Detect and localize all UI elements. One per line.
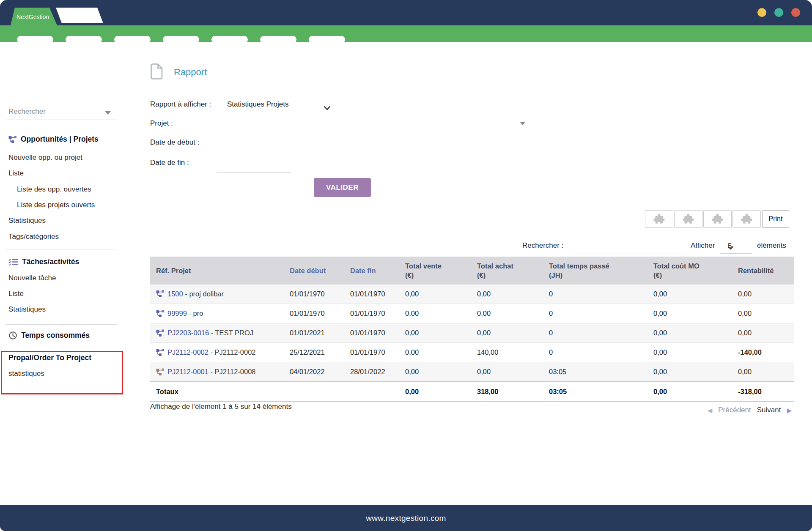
date-fin-cell: 01/01/1970 (347, 323, 402, 343)
cout-mo-cell: 0,00 (650, 362, 732, 382)
export-button-3[interactable] (703, 210, 732, 228)
project-select[interactable] (211, 118, 531, 130)
project-link[interactable]: PJ2112-0002 (167, 348, 208, 356)
table-row: PJ2112-0001 - PJ2112-000804/01/202228/01… (150, 362, 794, 382)
table-search-label: Rechercher : (522, 241, 563, 250)
sitemap-icon (156, 349, 165, 356)
temps-passe-cell: 0 (546, 304, 650, 323)
column-header[interactable]: Réf. Projet (150, 257, 285, 285)
sitemap-icon (156, 290, 165, 298)
total-vente-cell: 0,00 (402, 323, 474, 343)
length-label-after: éléments (757, 241, 786, 250)
export-button-1[interactable] (645, 210, 673, 228)
column-header[interactable]: Total achat(€) (474, 257, 546, 285)
clock-icon (8, 331, 17, 340)
date-debut-cell: 01/01/1970 (285, 285, 347, 304)
brand-tab[interactable]: NextGestion (11, 8, 57, 25)
submit-button[interactable]: VALIDER (314, 178, 371, 197)
project-link[interactable]: 1500 (167, 290, 183, 298)
sidebar-item[interactable]: Statistiques (8, 216, 46, 225)
temps-passe-cell: 0 (546, 285, 650, 304)
sidebar-section-3-title[interactable]: Temps consommés (8, 331, 90, 340)
column-header[interactable]: Total vente(€) (402, 257, 474, 285)
sidebar-item[interactable]: Liste (8, 290, 24, 298)
project-link[interactable]: 99999 (167, 309, 187, 317)
table-info: Affichage de l'élement 1 à 5 sur 14 élém… (150, 402, 292, 411)
chevron-down-icon[interactable] (105, 111, 111, 115)
secondary-tab[interactable] (56, 8, 103, 23)
sidebar-item[interactable]: Liste (8, 169, 24, 178)
nav-item-placeholder[interactable] (309, 36, 345, 43)
sidebar-search-underline (6, 120, 117, 120)
app-window: NextGestion Rechercher Opportunités | Pr… (0, 0, 812, 531)
sidebar-item[interactable]: Liste des projets ouverts (17, 201, 95, 209)
report-type-select[interactable]: Statistiques Projets (227, 99, 334, 111)
column-header[interactable]: Date fin (347, 257, 402, 285)
highlight-red-box (1, 351, 123, 394)
date-fin-cell: 01/01/1970 (347, 343, 402, 362)
column-header[interactable]: Rentabilité (732, 257, 794, 285)
rentabilite-cell: 0,00 (732, 285, 794, 304)
nav-item-placeholder[interactable] (163, 36, 199, 43)
rentabilite-cell: -140,00 (732, 343, 794, 362)
nav-item-placeholder[interactable] (211, 36, 248, 43)
sidebar-search-input[interactable]: Rechercher (8, 107, 46, 116)
main-nav (0, 25, 812, 42)
date-debut-cell: 01/01/2021 (285, 323, 347, 343)
project-link[interactable]: PJ2203-0016 (167, 329, 209, 337)
nav-item-placeholder[interactable] (260, 36, 296, 43)
rentabilite-cell: 0,00 (732, 323, 794, 343)
sitemap-icon (156, 310, 165, 318)
table-search-input[interactable] (573, 243, 682, 253)
project-link[interactable]: PJ2112-0001 (167, 368, 208, 375)
total-vente-cell: 0,00 (402, 343, 474, 362)
export-button-4[interactable] (732, 210, 761, 228)
temps-passe-cell: 0 (546, 343, 650, 362)
previous-button[interactable]: Précédent (718, 406, 751, 414)
sidebar-section-1-title[interactable]: Opportunités | Projets (8, 135, 99, 144)
divider (5, 249, 117, 249)
next-arrow-icon[interactable]: ▶ (787, 407, 792, 413)
date-start-input[interactable] (217, 140, 291, 152)
close-button[interactable] (791, 8, 800, 17)
chevron-down-icon (324, 102, 330, 114)
next-button[interactable]: Suivant (757, 406, 781, 414)
footer: www.nextgestion.com (0, 505, 812, 531)
total-achat-cell: 0,00 (474, 323, 546, 343)
length-label-before: Afficher (691, 241, 715, 250)
sidebar-item[interactable]: Tags/catégories (8, 233, 59, 241)
print-button[interactable]: Print (762, 210, 789, 228)
project-label-text: - PJ2112-0008 (208, 368, 256, 375)
table-header: Réf. ProjetDate débutDate finTotal vente… (150, 257, 794, 285)
sidebar-section-2-title[interactable]: Tâches/activités (8, 257, 79, 266)
project-label: Projet : (150, 119, 173, 128)
chevron-down-icon (728, 244, 747, 252)
length-select[interactable]: 5 (720, 240, 752, 254)
sidebar-item[interactable]: Liste des opp. ouvertes (17, 185, 91, 194)
previous-arrow-icon[interactable]: ◀ (708, 407, 713, 413)
divider (149, 199, 794, 199)
table-row: PJ2112-0002 - PJ2112-000225/12/202101/01… (150, 343, 794, 362)
column-header[interactable]: Date début (285, 257, 347, 285)
table-row: PJ2203-0016 - TEST PROJ01/01/202101/01/1… (150, 323, 794, 343)
totals-temps: 03:05 (546, 382, 650, 402)
minimize-button[interactable] (757, 8, 766, 17)
sidebar-item[interactable]: Nouvelle tâche (8, 274, 56, 282)
puzzle-icon (711, 213, 724, 225)
temps-passe-cell: 03:05 (546, 362, 650, 382)
maximize-button[interactable] (774, 8, 783, 17)
export-button-2[interactable] (674, 210, 702, 228)
sidebar-item[interactable]: Statistiques (8, 305, 46, 314)
date-debut-cell: 25/12/2021 (285, 343, 347, 362)
column-header[interactable]: Total temps passé(JH) (546, 257, 650, 285)
date-debut-cell: 01/01/1970 (285, 304, 347, 323)
cout-mo-cell: 0,00 (650, 285, 732, 304)
document-icon (150, 63, 163, 81)
table-search-underline (572, 254, 684, 254)
date-fin-cell: 01/01/1970 (347, 285, 402, 304)
sidebar-item[interactable]: Nouvelle opp. ou projet (8, 153, 82, 162)
project-label-text: - PJ2112-0002 (208, 348, 256, 356)
date-debut-cell: 04/01/2022 (285, 362, 347, 382)
date-end-input[interactable] (217, 161, 291, 172)
column-header[interactable]: Total coût MO(€) (650, 257, 732, 285)
